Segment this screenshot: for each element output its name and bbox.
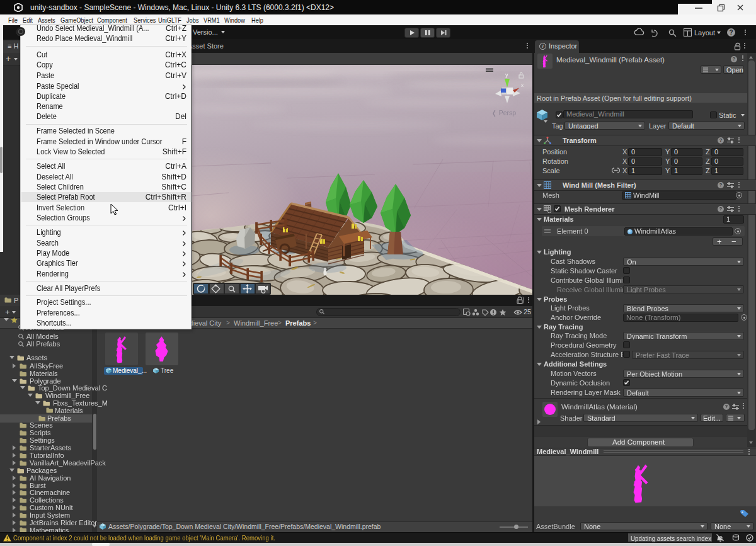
svg-text:❬ Persp: ❬ Persp xyxy=(491,109,516,117)
svg-text:x: x xyxy=(521,82,524,88)
svg-text:y: y xyxy=(505,72,508,78)
